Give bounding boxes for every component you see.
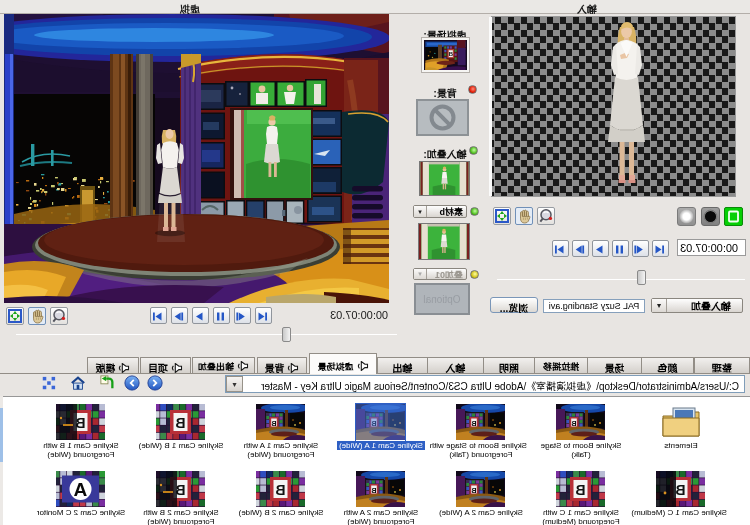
svg-text:A: A <box>73 479 87 500</box>
